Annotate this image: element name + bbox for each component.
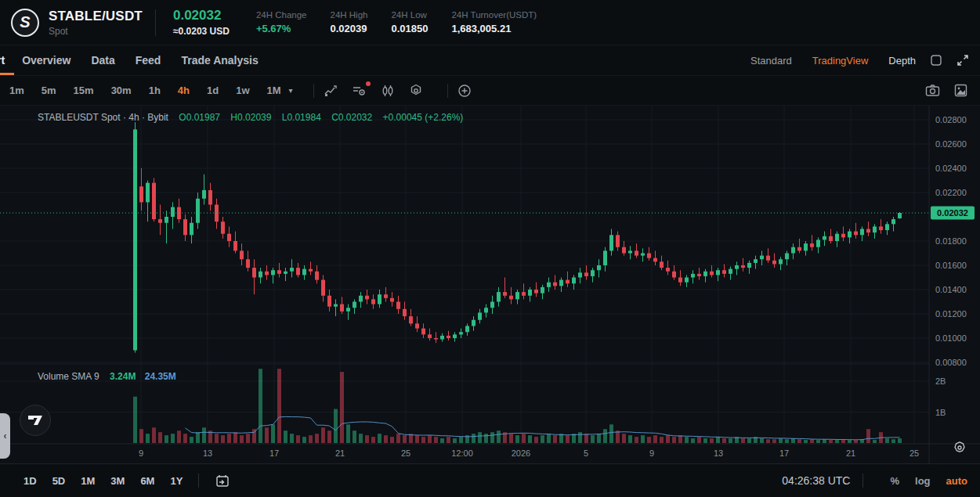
tab-data[interactable]: Data [91, 45, 114, 75]
range-1m[interactable]: 1M [81, 475, 95, 487]
legend-symbol: STABLEUSDT Spot · 4h · Bybit [38, 112, 168, 123]
svg-text:0.01400: 0.01400 [935, 285, 967, 294]
mode-depth[interactable]: Depth [888, 55, 916, 67]
interval-1d[interactable]: 1d [207, 85, 219, 96]
interval-1h[interactable]: 1h [149, 85, 161, 96]
header-divider [155, 9, 156, 36]
interval-15m[interactable]: 15m [74, 85, 94, 96]
stat-label: 24H High [331, 10, 368, 20]
svg-text:0.02032: 0.02032 [937, 208, 968, 218]
go-to-date-icon[interactable] [215, 474, 230, 488]
svg-text:0.02200: 0.02200 [935, 188, 967, 197]
tradingview-logo[interactable] [20, 405, 51, 436]
tab-trade-analysis[interactable]: Trade Analysis [181, 45, 258, 75]
legend-high: H0.02039 [230, 112, 271, 123]
legend-open: O0.01987 [179, 112, 220, 123]
chart-footer: 1D5D1M3M6M1Y 04:26:38 UTC %logauto [0, 463, 980, 497]
axis-settings-gear-icon[interactable] [952, 440, 967, 459]
svg-text:13: 13 [203, 448, 212, 458]
candle-style-icon[interactable] [382, 84, 394, 98]
svg-text:12:00: 12:00 [451, 448, 473, 458]
page-tabs: rt OverviewDataFeedTrade Analysis Standa… [0, 45, 980, 76]
market-stats: 24H Change+5.67%24H High0.0203924H Low0.… [256, 10, 537, 34]
stat-value: 1,683,005.21 [451, 23, 537, 34]
svg-text:1B: 1B [935, 408, 946, 417]
scale-btn-log[interactable]: log [915, 475, 931, 487]
range-6m[interactable]: 6M [140, 475, 154, 487]
svg-text:0.02800: 0.02800 [935, 115, 967, 124]
interval-5m[interactable]: 5m [42, 85, 56, 96]
stat-24h-high: 24H High0.02039 [331, 10, 368, 34]
svg-text:13: 13 [714, 448, 723, 458]
interval-dropdown-caret[interactable]: ▾ [289, 86, 293, 95]
indicators-icon[interactable] [324, 84, 338, 98]
mode-standard[interactable]: Standard [750, 55, 792, 67]
interval-30m[interactable]: 30m [111, 85, 132, 96]
stat-24h-low: 24H Low0.01850 [391, 10, 428, 34]
range-5d[interactable]: 5D [52, 475, 66, 487]
legend-low: L0.01984 [282, 112, 321, 123]
usd-price: ≈0.0203 USD [173, 26, 230, 37]
svg-text:21: 21 [335, 448, 345, 458]
range-1y[interactable]: 1Y [170, 475, 183, 487]
timezone-clock[interactable]: 04:26:38 UTC [782, 474, 850, 487]
svg-text:17: 17 [269, 448, 279, 458]
stat-label: 24H Change [256, 10, 307, 20]
legend-close: C0.02032 [331, 112, 372, 123]
token-logo: S [11, 9, 39, 37]
range-3m[interactable]: 3M [110, 475, 125, 487]
market-type: Spot [49, 26, 143, 37]
svg-text:0.02400: 0.02400 [935, 164, 967, 173]
save-image-icon[interactable] [954, 84, 967, 97]
svg-text:0.01000: 0.01000 [935, 333, 967, 343]
svg-text:9: 9 [139, 448, 143, 458]
interval-1w[interactable]: 1w [236, 85, 249, 96]
svg-text:2B: 2B [935, 376, 946, 386]
svg-text:17: 17 [779, 448, 789, 458]
svg-text:2026: 2026 [512, 448, 530, 458]
svg-text:21: 21 [846, 448, 855, 458]
chart-settings-icon[interactable] [408, 83, 424, 99]
stat-label: 24H Low [391, 10, 428, 20]
active-tab-underline [0, 73, 14, 75]
interval-1M[interactable]: 1M [267, 85, 281, 96]
stat-value: 0.02039 [331, 23, 368, 34]
add-compare-icon[interactable] [457, 84, 472, 98]
fullwidth-toggle-icon[interactable] [930, 54, 942, 67]
tab-overview[interactable]: Overview [22, 45, 71, 75]
last-price: 0.02032 [173, 8, 230, 23]
volume-legend-label: Volume SMA 9 [38, 371, 99, 382]
scale-btn-%[interactable]: % [890, 475, 899, 487]
svg-text:0.01600: 0.01600 [935, 261, 967, 270]
svg-text:9: 9 [649, 448, 654, 458]
strategy-list-icon[interactable] [352, 84, 367, 98]
scale-btn-auto[interactable]: auto [946, 475, 967, 487]
tab-chart[interactable]: rt [0, 45, 5, 75]
stat-value: 0.01850 [391, 23, 428, 34]
stat-24h-change: 24H Change+5.67% [256, 10, 307, 34]
svg-text:0.01800: 0.01800 [935, 236, 967, 246]
stat-label: 24H Turnover(USDT) [451, 10, 537, 20]
chevron-left-icon: ‹ [4, 430, 7, 441]
tab-feed[interactable]: Feed [136, 45, 161, 75]
ohlc-legend: STABLEUSDT Spot · 4h · Bybit O0.01987 H0… [38, 112, 463, 123]
mode-tradingview[interactable]: TradingView [812, 55, 869, 67]
svg-text:5: 5 [584, 448, 588, 458]
chart-toolbar: 1m5m15m30m1h4h1d1w1M ▾ [0, 76, 980, 106]
symbol-header: S STABLE/USDT Spot 0.02032 ≈0.0203 USD 2… [0, 0, 980, 45]
panel-collapse-handle[interactable]: ‹ [0, 413, 10, 459]
volume-legend: Volume SMA 9 3.24M 24.35M [38, 371, 176, 382]
expand-icon[interactable] [956, 54, 969, 67]
interval-4h[interactable]: 4h [178, 85, 190, 96]
svg-text:0.00800: 0.00800 [935, 358, 967, 367]
stat-24h-turnover-usdt-: 24H Turnover(USDT)1,683,005.21 [451, 10, 537, 34]
candlestick-chart-canvas[interactable]: 0.020320.028000.026000.024000.022000.018… [0, 106, 980, 463]
svg-text:25: 25 [401, 448, 410, 458]
svg-text:0.01200: 0.01200 [935, 309, 967, 319]
pair-name: STABLE/USDT [49, 9, 143, 24]
svg-text:25: 25 [909, 448, 919, 458]
snapshot-camera-icon[interactable] [925, 84, 940, 97]
range-1d[interactable]: 1D [24, 475, 37, 487]
stat-value: +5.67% [256, 23, 307, 34]
interval-1m[interactable]: 1m [9, 85, 24, 96]
